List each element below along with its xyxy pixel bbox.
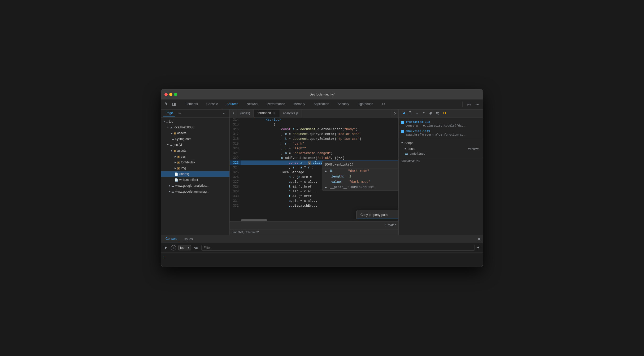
close-button[interactable] bbox=[164, 93, 168, 96]
more-options-icon[interactable] bbox=[474, 101, 481, 107]
svg-point-8 bbox=[225, 113, 225, 114]
minimize-button[interactable] bbox=[169, 93, 172, 96]
debugger-content: :formatted:323 const a = e.classList.tog… bbox=[399, 118, 483, 235]
top-toolbar: Elements Console Sources Network Perform… bbox=[161, 99, 483, 110]
tree-item-img[interactable]: ▶ ▣ img bbox=[161, 165, 229, 171]
deactivate-breakpoints-button[interactable] bbox=[435, 110, 441, 116]
console-prompt: › bbox=[161, 253, 483, 261]
console-context-select[interactable]: top bbox=[178, 245, 191, 250]
code-tab-index[interactable]: (index) bbox=[237, 110, 254, 117]
code-tab-formatted[interactable]: :formatted ✕ bbox=[254, 110, 280, 117]
code-line: 321 , o = "colorSchemeChanged"; bbox=[230, 151, 398, 156]
panel-more-icon[interactable]: >> bbox=[177, 111, 182, 116]
context-menu-copy-path[interactable]: Copy property path bbox=[357, 211, 398, 219]
tree-item-top[interactable]: ▼ □ top bbox=[161, 119, 229, 124]
resume-button[interactable] bbox=[400, 110, 406, 116]
tab-lighthouse[interactable]: Lighthouse bbox=[353, 99, 377, 109]
tab-console-bottom[interactable]: Console bbox=[163, 236, 179, 242]
tab-more[interactable]: >> bbox=[377, 99, 390, 109]
divider bbox=[462, 102, 463, 107]
tab-console[interactable]: Console bbox=[202, 99, 222, 109]
tab-application[interactable]: Application bbox=[309, 99, 333, 109]
console-run-button[interactable] bbox=[163, 245, 169, 250]
bottom-toolbar: Console Issues ✕ bbox=[161, 235, 483, 243]
svg-rect-0 bbox=[172, 103, 175, 106]
panel-header: Page >> bbox=[161, 110, 229, 118]
code-line: 331 c.alt = c.al... bbox=[230, 199, 398, 203]
device-toggle-icon[interactable] bbox=[171, 101, 177, 107]
tab-network[interactable]: Network bbox=[242, 99, 263, 109]
tree-item-assets-localhost[interactable]: ▶ ▣ assets bbox=[161, 130, 229, 136]
scroll-thumb[interactable] bbox=[241, 219, 267, 221]
code-editor[interactable]: 314 <script> 315 { 316 con bbox=[230, 118, 398, 219]
code-nav-right[interactable] bbox=[391, 110, 398, 117]
breakpoint-checkbox-1[interactable] bbox=[401, 121, 404, 124]
scope-header[interactable]: ▼ Scope bbox=[401, 140, 481, 146]
svg-point-15 bbox=[196, 247, 197, 248]
bottom-panel: Console Issues ✕ ⊘ top ▼ bbox=[161, 235, 483, 267]
tree-arrow: ▼ bbox=[162, 119, 166, 124]
code-nav-back[interactable] bbox=[230, 110, 237, 117]
code-line: 315 { bbox=[230, 122, 398, 127]
tree-item-font[interactable]: ▶ ▣ font/Rubik bbox=[161, 159, 229, 165]
svg-rect-9 bbox=[404, 112, 405, 114]
console-context-wrapper: top ▼ bbox=[178, 245, 191, 250]
tab-issues[interactable]: Issues bbox=[181, 236, 195, 242]
tooltip-item-value: value: "dark-mode" bbox=[322, 179, 398, 185]
context-menu-copy-object[interactable]: Copy object bbox=[357, 219, 398, 219]
tab-sources[interactable]: Sources bbox=[222, 99, 242, 109]
svg-rect-1 bbox=[175, 103, 176, 106]
tab-elements[interactable]: Elements bbox=[180, 99, 202, 109]
tab-memory[interactable]: Memory bbox=[289, 99, 309, 109]
close-tab-icon[interactable]: ✕ bbox=[273, 111, 276, 115]
breakpoint-checkbox-2[interactable] bbox=[401, 130, 404, 133]
step-out-button[interactable] bbox=[421, 110, 427, 116]
console-filter-input[interactable] bbox=[201, 245, 475, 251]
step-into-button[interactable] bbox=[414, 110, 420, 116]
tab-security[interactable]: Security bbox=[333, 99, 353, 109]
folder-icon: ▣ bbox=[177, 154, 180, 159]
expand-arrow-icon[interactable]: ▶ bbox=[325, 169, 327, 173]
folder-icon: ▣ bbox=[173, 148, 176, 153]
tree-item-css[interactable]: ▶ ▣ css bbox=[161, 154, 229, 159]
console-stop-button[interactable]: ⊘ bbox=[171, 245, 176, 250]
console-settings-icon[interactable] bbox=[477, 246, 481, 250]
svg-rect-12 bbox=[443, 112, 444, 114]
tree-item-jecfyi[interactable]: ▼ ☁ jec.fyi bbox=[161, 142, 229, 148]
panel-menu-icon[interactable] bbox=[221, 110, 227, 116]
console-eye-button[interactable] bbox=[193, 245, 199, 251]
prompt-arrow-icon: › bbox=[163, 255, 165, 259]
horizontal-scrollbar[interactable] bbox=[230, 219, 398, 221]
window-title: DevTools - jec.fyi/ bbox=[310, 93, 334, 96]
breakpoint-section: :formatted:323 const a = e.classList.tog… bbox=[399, 119, 483, 139]
tooltip-item-0: ▶ 0: "dark-mode" bbox=[322, 168, 398, 174]
tooltip-popup: DOMTokenList(1) ▶ 0: "dark-mode" length:… bbox=[322, 161, 398, 190]
tree-item-ytimg[interactable]: ☁ i.ytimg.com bbox=[161, 136, 229, 142]
tree-item-localhost[interactable]: ▼ ☁ localhost:8080 bbox=[161, 124, 229, 130]
panel-tab-page[interactable]: Page bbox=[163, 110, 175, 116]
maximize-button[interactable] bbox=[174, 93, 177, 96]
pause-button[interactable] bbox=[442, 110, 447, 116]
code-tab-analytics[interactable]: analytics.js bbox=[280, 110, 302, 117]
search-input[interactable] bbox=[232, 223, 383, 227]
context-menu: Copy property path Copy object Add prope… bbox=[356, 210, 398, 219]
tree-item-google-analytics[interactable]: ▶ ☁ www.google-analytics... bbox=[161, 183, 229, 189]
code-search-bar: 1 match bbox=[230, 221, 398, 229]
tree-item-assets-jec[interactable]: ▶ ▣ assets bbox=[161, 148, 229, 154]
expand-proto-icon[interactable]: ▶ bbox=[325, 185, 327, 189]
debugger-toolbar bbox=[399, 110, 483, 118]
step-over-button[interactable] bbox=[407, 110, 413, 116]
tree-item-gtm[interactable]: ▶ ☁ www.googletagmanag... bbox=[161, 189, 229, 194]
devtools-window: DevTools - jec.fyi/ Elements Console bbox=[161, 89, 483, 267]
local-scope-header[interactable]: ▼ Local Window bbox=[401, 146, 481, 152]
tree-item-index[interactable]: 📄 (index) bbox=[161, 171, 229, 177]
folder-icon: □ bbox=[166, 119, 168, 124]
tree-item-manifest[interactable]: 📄 web.manifest bbox=[161, 177, 229, 183]
close-bottom-panel-button[interactable]: ✕ bbox=[477, 237, 481, 241]
step-button[interactable] bbox=[428, 110, 434, 116]
match-count: 1 match bbox=[385, 223, 396, 227]
inspect-icon[interactable] bbox=[163, 101, 170, 107]
code-line: 332 c.dispatchEv... bbox=[230, 203, 398, 208]
tab-performance[interactable]: Performance bbox=[263, 99, 289, 109]
settings-icon[interactable] bbox=[466, 101, 472, 107]
